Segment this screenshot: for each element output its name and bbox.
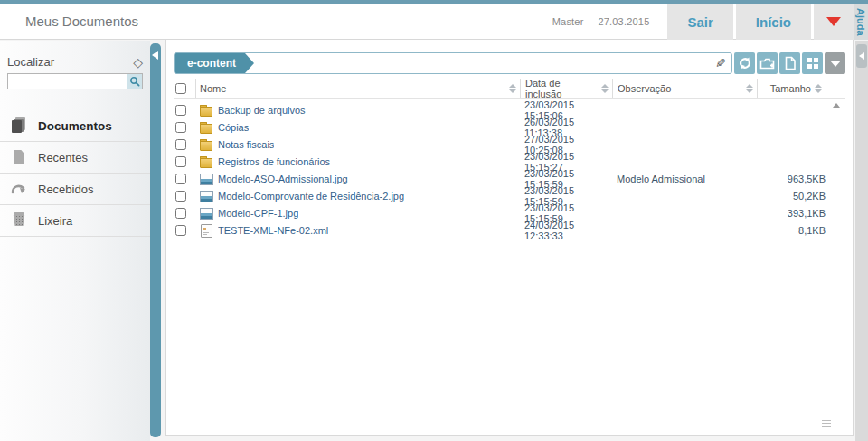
file-name-link[interactable]: Backup de arquivos bbox=[218, 105, 306, 116]
image-icon bbox=[199, 207, 212, 219]
sidebar-item-label: Recebidos bbox=[38, 183, 93, 196]
search-block: Localizar ◇ bbox=[0, 41, 150, 99]
content-toolbar: e-content ✎ bbox=[174, 52, 845, 74]
row-checkbox[interactable] bbox=[175, 174, 186, 184]
file-name-link[interactable]: Modelo-Comprovante de Residência-2.jpg bbox=[218, 191, 404, 202]
file-name-link[interactable]: Modelo-CPF-1.jpg bbox=[218, 208, 298, 219]
session-separator: - bbox=[590, 16, 593, 27]
sidebar-nav: Documentos Recentes Recebidos Lixeira bbox=[0, 109, 150, 237]
row-checkbox[interactable] bbox=[175, 139, 186, 150]
table-row[interactable]: Notas fiscais 27/03/2015 10:25:08 bbox=[174, 136, 845, 153]
app-header: Meus Documentos Master-27.03.2015 Sair I… bbox=[0, 4, 868, 40]
recent-icon bbox=[11, 149, 29, 165]
page-title: Meus Documentos bbox=[25, 14, 138, 29]
trash-icon bbox=[11, 212, 29, 229]
column-header-tamanho[interactable]: Tamanho bbox=[757, 79, 829, 98]
right-scroll-strip[interactable] bbox=[855, 41, 868, 441]
table-row[interactable]: TESTE-XML-NFe-02.xml 24/03/2015 12:33:33… bbox=[174, 221, 845, 239]
breadcrumb[interactable]: e-content bbox=[175, 53, 245, 73]
row-checkbox[interactable] bbox=[175, 191, 186, 202]
refresh-button[interactable] bbox=[734, 52, 755, 74]
file-name-link[interactable]: Notas fiscais bbox=[218, 139, 274, 150]
search-label: Localizar bbox=[7, 55, 54, 69]
session-user: Master bbox=[552, 16, 584, 27]
table-row[interactable]: Modelo-CPF-1.jpg 23/03/2015 15:15:59 393… bbox=[174, 204, 845, 221]
logout-button[interactable]: Sair bbox=[667, 4, 732, 40]
sort-icon[interactable] bbox=[746, 84, 753, 93]
dropdown-icon bbox=[830, 61, 841, 67]
sidebar-item-documentos[interactable]: Documentos bbox=[0, 109, 150, 142]
right-panel-handle[interactable] bbox=[856, 44, 867, 68]
table-row[interactable]: Backup de arquivos 23/03/2015 15:15:06 bbox=[174, 101, 845, 118]
new-folder-button[interactable] bbox=[757, 52, 778, 74]
file-date: 24/03/2015 12:33:33 bbox=[520, 220, 612, 241]
new-document-icon bbox=[784, 56, 797, 70]
folder-icon bbox=[199, 121, 212, 133]
table-row[interactable]: Registros de funcionários 23/03/2015 15:… bbox=[174, 153, 845, 170]
column-header-nome[interactable]: Nome bbox=[195, 79, 520, 98]
file-list: Backup de arquivos 23/03/2015 15:15:06 C… bbox=[174, 101, 845, 239]
new-folder-icon bbox=[760, 57, 775, 70]
row-checkbox[interactable] bbox=[175, 225, 186, 236]
resize-grip-icon[interactable] bbox=[822, 420, 831, 427]
table-row[interactable]: Modelo-ASO-Admissional.jpg 23/03/2015 15… bbox=[174, 170, 845, 187]
table-row[interactable]: Cópias 26/03/2015 11:13:38 bbox=[174, 118, 845, 136]
table-header: Nome Data de inclusão Observação Tamanho bbox=[174, 79, 845, 99]
file-name-link[interactable]: Cópias bbox=[218, 122, 249, 133]
file-observation: Modelo Admissional bbox=[612, 174, 757, 184]
sidebar-item-label: Documentos bbox=[38, 119, 112, 133]
search-button[interactable] bbox=[127, 74, 142, 89]
header-actions: Master-27.03.2015 Sair Início bbox=[550, 4, 854, 40]
help-tab[interactable]: Ajuda bbox=[854, 4, 868, 40]
sort-icon[interactable] bbox=[815, 84, 822, 93]
content-panel: e-content ✎ bbox=[165, 40, 854, 436]
folder-icon bbox=[199, 138, 212, 150]
row-checkbox[interactable] bbox=[175, 208, 186, 219]
file-size: 50,2KB bbox=[757, 191, 829, 202]
more-options-button[interactable] bbox=[825, 52, 845, 74]
new-document-button[interactable] bbox=[779, 52, 800, 74]
folder-icon bbox=[199, 155, 212, 167]
sidebar-item-lixeira[interactable]: Lixeira bbox=[0, 205, 150, 237]
collapse-left-icon bbox=[152, 51, 158, 60]
refresh-icon bbox=[738, 56, 752, 70]
select-all-cell bbox=[174, 83, 195, 94]
magnifier-icon bbox=[129, 76, 140, 87]
sort-icon[interactable] bbox=[509, 84, 516, 93]
row-checkbox[interactable] bbox=[175, 122, 186, 133]
sidebar-collapse-bar[interactable] bbox=[150, 43, 161, 437]
file-name-link[interactable]: TESTE-XML-NFe-02.xml bbox=[218, 225, 328, 236]
image-icon bbox=[199, 173, 212, 184]
column-header-data[interactable]: Data de inclusão bbox=[520, 79, 612, 98]
select-all-checkbox[interactable] bbox=[175, 83, 186, 94]
grid-view-icon bbox=[807, 57, 819, 70]
row-checkbox[interactable] bbox=[175, 156, 186, 167]
home-button[interactable]: Início bbox=[736, 4, 811, 40]
sidebar-item-label: Recentes bbox=[38, 151, 88, 164]
alert-dropdown-button[interactable] bbox=[814, 4, 854, 40]
table-row[interactable]: Modelo-Comprovante de Residência-2.jpg 2… bbox=[174, 187, 845, 204]
file-name-link[interactable]: Registros de funcionários bbox=[218, 156, 330, 167]
clear-search-icon[interactable]: ◇ bbox=[133, 56, 143, 69]
column-header-observacao[interactable]: Observação bbox=[612, 79, 757, 98]
folder-icon bbox=[199, 104, 212, 116]
sidebar-item-recebidos[interactable]: Recebidos bbox=[0, 174, 150, 205]
edit-pencil-icon[interactable]: ✎ bbox=[715, 56, 726, 70]
xml-icon bbox=[199, 224, 212, 236]
scroll-up-icon[interactable] bbox=[833, 103, 840, 108]
documents-icon bbox=[11, 117, 29, 134]
search-input[interactable] bbox=[8, 74, 127, 89]
file-size: 393,1KB bbox=[757, 208, 829, 219]
received-icon bbox=[11, 181, 29, 197]
breadcrumb-bar: e-content ✎ bbox=[174, 52, 732, 74]
file-name-link[interactable]: Modelo-ASO-Admissional.jpg bbox=[218, 174, 348, 184]
image-icon bbox=[199, 190, 212, 202]
file-size: 8,1KB bbox=[757, 225, 829, 236]
file-size: 963,5KB bbox=[757, 174, 829, 184]
red-triangle-icon bbox=[826, 17, 841, 26]
sort-icon[interactable] bbox=[601, 84, 609, 93]
row-checkbox[interactable] bbox=[175, 105, 186, 116]
sidebar-item-recentes[interactable]: Recentes bbox=[0, 142, 150, 174]
grid-view-button[interactable] bbox=[802, 52, 823, 74]
session-date: 27.03.2015 bbox=[598, 16, 649, 27]
